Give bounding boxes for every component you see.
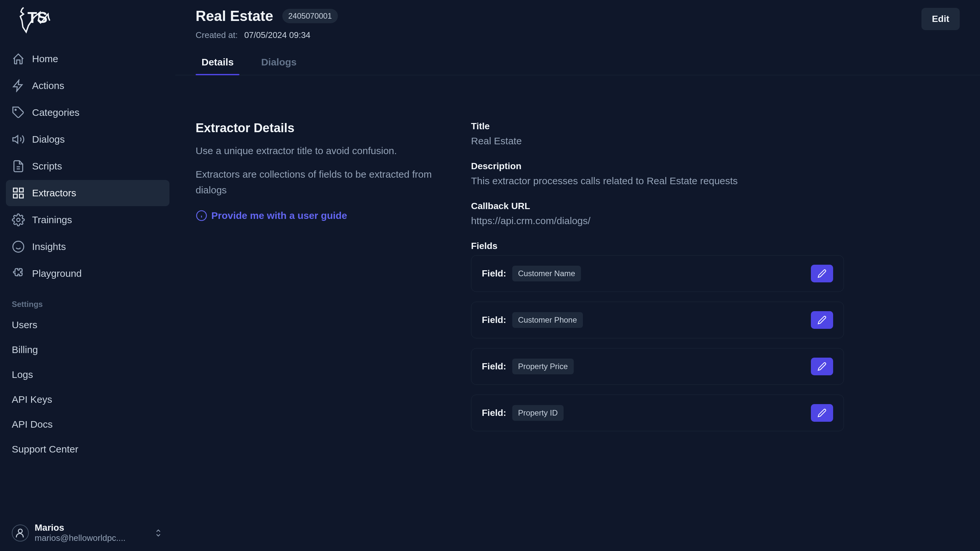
sidebar-item-logs[interactable]: Logs: [6, 363, 169, 387]
settings-nav: Users Billing Logs API Keys API Docs Sup…: [6, 313, 169, 461]
sidebar-item-label: Users: [12, 319, 37, 330]
title-field-group: Title Real Estate: [471, 121, 844, 147]
section-description-1: Use a unique extractor title to avoid co…: [196, 143, 451, 159]
sidebar-item-categories[interactable]: Categories: [6, 99, 169, 126]
sidebar-item-billing[interactable]: Billing: [6, 338, 169, 362]
user-name: Marios: [35, 522, 147, 533]
home-icon: [12, 53, 25, 65]
field-tag: Property Price: [512, 358, 574, 374]
fields-label: Fields: [471, 241, 844, 251]
field-row: Field: Customer Phone: [471, 302, 844, 338]
sidebar-item-label: Extractors: [32, 188, 76, 199]
svg-rect-4: [13, 194, 18, 198]
main-nav: Home Actions Categories Dialogs: [6, 46, 169, 287]
chevron-up-down-icon[interactable]: [153, 528, 164, 538]
edit-field-button[interactable]: [811, 311, 833, 329]
field-tag: Customer Phone: [512, 312, 583, 328]
sidebar-item-label: Logs: [12, 369, 33, 380]
user-info: Marios marios@helloworldpc....: [35, 522, 147, 543]
sidebar-item-label: Home: [32, 53, 58, 64]
content: Extractor Details Use a unique extractor…: [175, 75, 980, 551]
user-email: marios@helloworldpc....: [35, 533, 139, 543]
edit-field-button[interactable]: [811, 404, 833, 422]
callback-label: Callback URL: [471, 201, 844, 211]
svg-point-1: [15, 109, 16, 110]
insights-icon: [12, 240, 25, 253]
field-row: Field: Customer Name: [471, 255, 844, 292]
sidebar-item-playground[interactable]: Playground: [6, 260, 169, 287]
user-guide-label: Provide me with a user guide: [211, 210, 347, 221]
title-value: Real Estate: [471, 135, 844, 147]
section-heading: Extractor Details: [196, 121, 451, 135]
sidebar-item-actions[interactable]: Actions: [6, 73, 169, 99]
sidebar-item-api-docs[interactable]: API Docs: [6, 412, 169, 436]
description-field-group: Description This extractor processes cal…: [471, 161, 844, 186]
pencil-icon: [818, 269, 827, 278]
field-row: Field: Property Price: [471, 348, 844, 385]
field-row: Field: Property ID: [471, 395, 844, 431]
puzzle-icon: [12, 267, 25, 280]
gear-icon: [12, 213, 25, 226]
svg-point-7: [13, 241, 24, 252]
edit-field-button[interactable]: [811, 265, 833, 282]
speaker-icon: [12, 133, 25, 146]
sidebar-item-label: Support Center: [12, 444, 78, 455]
id-badge: 2405070001: [282, 9, 337, 23]
description-value: This extractor processes calls related t…: [471, 175, 844, 186]
user-profile[interactable]: Marios marios@helloworldpc....: [6, 513, 169, 551]
field-key-label: Field:: [482, 315, 506, 325]
pencil-icon: [818, 408, 827, 417]
created-at-value: 07/05/2024 09:34: [244, 30, 310, 40]
edit-button[interactable]: Edit: [921, 8, 960, 30]
sidebar-item-support-center[interactable]: Support Center: [6, 437, 169, 461]
sidebar-item-trainings[interactable]: Trainings: [6, 207, 169, 233]
edit-field-button[interactable]: [811, 358, 833, 375]
sidebar: TS Home Actions Categories: [0, 0, 175, 551]
sidebar-item-label: Billing: [12, 344, 38, 355]
topbar: Real Estate 2405070001 Created at: 07/05…: [175, 0, 980, 47]
field-key-label: Field:: [482, 268, 506, 279]
settings-heading: Settings: [6, 300, 169, 313]
sidebar-item-users[interactable]: Users: [6, 313, 169, 337]
user-guide-link[interactable]: Provide me with a user guide: [196, 210, 451, 221]
callback-field-group: Callback URL https://api.crm.com/dialogs…: [471, 201, 844, 226]
tab-dialogs[interactable]: Dialogs: [255, 52, 302, 75]
sidebar-item-label: Playground: [32, 268, 82, 279]
field-tag: Customer Name: [512, 266, 581, 281]
description-label: Description: [471, 161, 844, 172]
sidebar-item-label: Scripts: [32, 161, 62, 172]
sidebar-item-insights[interactable]: Insights: [6, 234, 169, 260]
info-icon: [196, 210, 207, 221]
pencil-icon: [818, 315, 827, 325]
details-values-panel: Title Real Estate Description This extra…: [471, 121, 844, 531]
sidebar-item-extractors[interactable]: Extractors: [6, 180, 169, 206]
sidebar-item-label: Trainings: [32, 214, 72, 225]
sidebar-item-label: Actions: [32, 80, 64, 91]
svg-rect-3: [19, 188, 23, 192]
svg-rect-2: [13, 188, 18, 192]
created-row: Created at: 07/05/2024 09:34: [196, 30, 338, 40]
field-tag: Property ID: [512, 405, 563, 421]
avatar: [12, 524, 29, 541]
tag-icon: [12, 106, 25, 119]
sidebar-item-label: API Docs: [12, 419, 52, 430]
title-label: Title: [471, 121, 844, 132]
field-key-label: Field:: [482, 361, 506, 372]
sidebar-item-scripts[interactable]: Scripts: [6, 153, 169, 179]
title-row: Real Estate 2405070001: [196, 8, 338, 24]
sidebar-item-home[interactable]: Home: [6, 46, 169, 72]
svg-point-6: [17, 218, 20, 221]
sidebar-item-label: Insights: [32, 241, 66, 252]
topbar-left: Real Estate 2405070001 Created at: 07/05…: [196, 8, 338, 40]
sidebar-item-dialogs[interactable]: Dialogs: [6, 126, 169, 153]
sidebar-item-label: Dialogs: [32, 134, 65, 145]
grid-icon: [12, 186, 25, 200]
sidebar-item-api-keys[interactable]: API Keys: [6, 387, 169, 412]
tab-details[interactable]: Details: [196, 52, 239, 75]
details-description-panel: Extractor Details Use a unique extractor…: [196, 121, 451, 531]
sidebar-item-label: API Keys: [12, 394, 52, 405]
callback-value: https://api.crm.com/dialogs/: [471, 215, 844, 226]
svg-text:TS: TS: [27, 9, 48, 26]
svg-point-8: [18, 529, 22, 533]
tabs: Details Dialogs: [175, 47, 980, 75]
